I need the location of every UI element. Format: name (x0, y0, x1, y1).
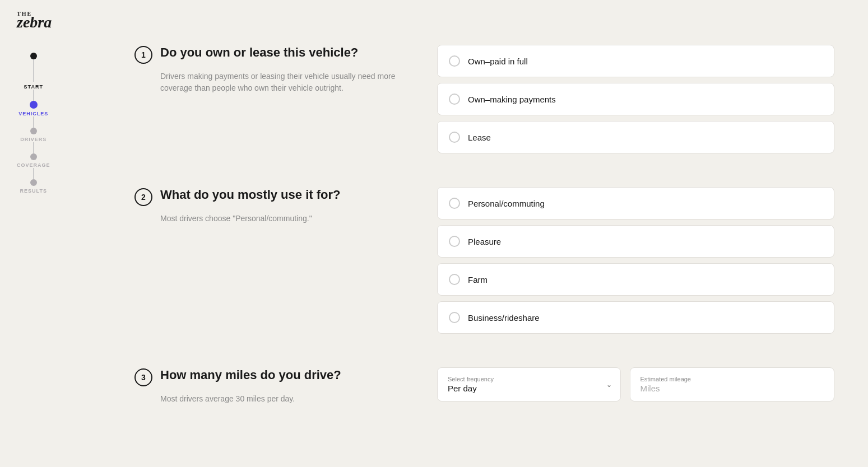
step-line-connector-2 (33, 116, 34, 128)
question-1-description: Drivers making payments or leasing their… (134, 71, 403, 94)
step-label-drivers: DRIVERS (20, 137, 47, 142)
option-own-paid-label: Own–paid in full (468, 57, 528, 66)
step-label-results: RESULTS (20, 188, 47, 194)
step-label-vehicles: VEHICLES (18, 111, 48, 116)
option-lease-label: Lease (468, 133, 491, 142)
step-line-connector-1 (33, 90, 34, 101)
step-coverage: COVERAGE (17, 153, 50, 168)
option-farm-label: Farm (468, 275, 488, 284)
question-1-header: 1 Do you own or lease this vehicle? (134, 45, 403, 64)
logo: THEzebra (17, 11, 52, 30)
question-2-description: Most drivers choose "Personal/commuting.… (134, 213, 403, 225)
step-start: START (24, 53, 43, 90)
option-pleasure[interactable]: Pleasure (437, 225, 834, 258)
question-1-options: Own–paid in full Own–making payments Lea… (437, 45, 834, 153)
step-vehicles: VEHICLES (18, 101, 48, 116)
logo-text: THEzebra (17, 11, 52, 30)
option-business-label: Business/rideshare (468, 313, 540, 323)
step-dot-start (30, 53, 37, 59)
frequency-select[interactable]: Select frequency Per day (437, 367, 621, 401)
mileage-input-label: Estimated mileage (640, 376, 824, 382)
radio-farm (449, 274, 460, 285)
step-dot-drivers (30, 128, 37, 134)
question-3-title: How many miles do you drive? (160, 367, 341, 384)
question-2-options: Personal/commuting Pleasure Farm Busines… (437, 187, 834, 334)
option-personal-label: Personal/commuting (468, 199, 545, 208)
radio-own-paid (449, 55, 460, 67)
question-2-header: 2 What do you mostly use it for? (134, 187, 403, 206)
step-dot-vehicles (30, 101, 38, 109)
option-own-payments[interactable]: Own–making payments (437, 83, 834, 115)
step-line-connector-3 (33, 142, 34, 153)
option-pleasure-label: Pleasure (468, 237, 501, 246)
option-own-paid[interactable]: Own–paid in full (437, 45, 834, 77)
mileage-input-wrapper: Estimated mileage (630, 367, 835, 401)
option-farm[interactable]: Farm (437, 263, 834, 296)
sidebar: THEzebra START VEHICLES DRIVERS COVERAGE (0, 0, 90, 467)
frequency-select-label: Select frequency (448, 376, 610, 382)
question-3-section: 3 How many miles do you drive? Most driv… (134, 367, 834, 405)
frequency-select-wrapper: Select frequency Per day ⌄ (437, 367, 621, 401)
chevron-down-icon: ⌄ (606, 381, 612, 389)
radio-lease (449, 132, 460, 143)
step-dot-coverage (30, 153, 37, 160)
question-1-number: 1 (134, 46, 152, 64)
option-own-payments-label: Own–making payments (468, 95, 556, 104)
mileage-inputs: Select frequency Per day ⌄ Estimated mil… (437, 367, 834, 401)
step-results: RESULTS (20, 179, 47, 194)
radio-business (449, 312, 460, 323)
radio-personal (449, 198, 460, 209)
mileage-input[interactable] (640, 384, 824, 393)
step-label-coverage: COVERAGE (17, 162, 50, 168)
radio-own-payments (449, 94, 460, 105)
question-2-number: 2 (134, 188, 152, 206)
question-3-description: Most drivers average 30 miles per day. (134, 393, 403, 405)
step-line-1 (33, 59, 34, 82)
progress-stepper: START VEHICLES DRIVERS COVERAGE RESULTS (17, 53, 50, 194)
question-3-number: 3 (134, 368, 152, 386)
option-business[interactable]: Business/rideshare (437, 301, 834, 334)
question-2-left: 2 What do you mostly use it for? Most dr… (134, 187, 403, 225)
question-2-title: What do you mostly use it for? (160, 187, 340, 203)
question-2-section: 2 What do you mostly use it for? Most dr… (134, 187, 834, 334)
option-lease[interactable]: Lease (437, 121, 834, 153)
radio-pleasure (449, 236, 460, 247)
question-3-header: 3 How many miles do you drive? (134, 367, 403, 386)
step-drivers: DRIVERS (20, 128, 47, 142)
option-personal[interactable]: Personal/commuting (437, 187, 834, 220)
main-content: 1 Do you own or lease this vehicle? Driv… (90, 0, 868, 467)
question-1-section: 1 Do you own or lease this vehicle? Driv… (134, 45, 834, 153)
question-3-left: 3 How many miles do you drive? Most driv… (134, 367, 403, 405)
step-line-connector-4 (33, 168, 34, 179)
question-1-left: 1 Do you own or lease this vehicle? Driv… (134, 45, 403, 94)
step-dot-results (30, 179, 37, 186)
question-1-title: Do you own or lease this vehicle? (160, 45, 358, 61)
step-label-start: START (24, 84, 43, 90)
frequency-select-value: Per day (448, 384, 610, 393)
